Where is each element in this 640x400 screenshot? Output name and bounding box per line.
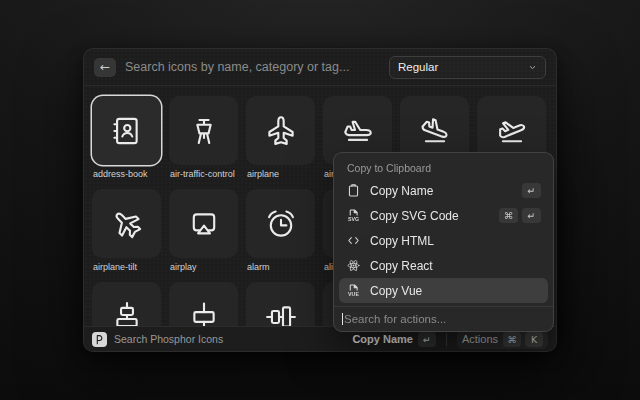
icon-label: airplane (246, 169, 315, 179)
icon-tile-alarm[interactable] (246, 189, 315, 258)
desktop-background: ← Regular address-bookair-traffic-contro… (0, 0, 640, 400)
menu-item-label: Copy Name (370, 184, 433, 198)
grid-cell: airplane (246, 96, 315, 181)
back-button[interactable]: ← (94, 58, 116, 77)
grid-cell: air-traffic-control (169, 96, 238, 181)
airplane-in-flight-icon (341, 114, 375, 148)
icon-search-input[interactable] (125, 60, 380, 74)
code-icon (346, 233, 361, 248)
menu-item-label: Copy SVG Code (370, 209, 459, 223)
grid-cell (169, 282, 238, 326)
svg-text:VUE: VUE (348, 291, 359, 297)
text-caret (342, 313, 343, 325)
keycap: ↵ (522, 183, 541, 198)
icon-label: address-book (92, 169, 161, 179)
keycap: ↵ (522, 208, 541, 223)
address-book-icon (110, 114, 144, 148)
actions-menu: Copy to Clipboard Copy Name↵SVGCopy SVG … (333, 152, 554, 332)
airplane-tilt-icon (110, 207, 144, 241)
primary-action-label: Copy Name (352, 333, 413, 345)
weight-dropdown[interactable]: Regular (389, 56, 546, 79)
grid-cell: airplay (169, 189, 238, 274)
menu-item-shortcut: ↵ (522, 183, 541, 198)
icon-tile-air-traffic-control[interactable] (169, 96, 238, 165)
primary-action-button[interactable]: Copy Name ↵ (352, 332, 436, 347)
keycap: ⌘ (503, 332, 521, 347)
menu-item-label: Copy HTML (370, 234, 434, 248)
icon-label: alarm (246, 262, 315, 272)
airplane-landing-icon (418, 114, 452, 148)
grid-cell: alarm (246, 189, 315, 274)
react-icon (346, 258, 361, 273)
file-svg-icon: SVG (346, 208, 361, 223)
chevron-down-icon (528, 63, 537, 72)
grid-cell (246, 282, 315, 326)
menu-item-copy-vue[interactable]: VUECopy Vue (339, 278, 548, 303)
icon-tile-align-center-vertical[interactable] (246, 282, 315, 326)
svg-text:SVG: SVG (348, 216, 359, 222)
weight-dropdown-value: Regular (398, 61, 438, 73)
grid-cell: airplane-tilt (92, 189, 161, 274)
grid-cell (92, 282, 161, 326)
align-center-horizontal-icon (110, 300, 144, 327)
menu-item-copy-react[interactable]: Copy React (339, 253, 548, 278)
actions-label: Actions (462, 333, 498, 345)
actions-search-input[interactable]: Search for actions... (334, 306, 553, 331)
air-traffic-control-icon (187, 114, 221, 148)
footer-divider (446, 333, 447, 346)
menu-item-copy-html[interactable]: Copy HTML (339, 228, 548, 253)
search-header: ← Regular (84, 49, 556, 86)
icon-tile-align-center-horizontal-simple[interactable] (169, 282, 238, 326)
icon-label: airplane-tilt (92, 262, 161, 272)
icon-tile-airplay[interactable] (169, 189, 238, 258)
icon-tile-airplane-tilt[interactable] (92, 189, 161, 258)
icon-tile-align-center-horizontal[interactable] (92, 282, 161, 326)
menu-item-copy-svg-code[interactable]: SVGCopy SVG Code⌘↵ (339, 203, 548, 228)
menu-item-shortcut: ⌘↵ (499, 208, 541, 223)
icon-tile-airplane[interactable] (246, 96, 315, 165)
keycap: K (525, 332, 543, 347)
actions-search-placeholder: Search for actions... (344, 313, 446, 325)
keycap: ⌘ (499, 208, 518, 223)
airplane-icon (264, 114, 298, 148)
menu-item-list: Copy Name↵SVGCopy SVG Code⌘↵Copy HTMLCop… (339, 178, 548, 303)
align-center-vertical-icon (264, 300, 298, 327)
grid-cell: address-book (92, 96, 161, 181)
menu-item-copy-name[interactable]: Copy Name↵ (339, 178, 548, 203)
menu-section-title: Copy to Clipboard (339, 157, 548, 178)
menu-item-label: Copy Vue (370, 284, 422, 298)
alarm-icon (264, 207, 298, 241)
airplay-icon (187, 207, 221, 241)
arrow-left-icon: ← (100, 61, 110, 73)
keycap: ↵ (418, 332, 436, 347)
icon-tile-address-book[interactable] (92, 96, 161, 165)
align-center-horizontal-simple-icon (187, 300, 221, 327)
actions-button[interactable]: Actions ⌘K (457, 330, 548, 349)
phosphor-logo-icon (92, 332, 107, 347)
icon-label: airplay (169, 262, 238, 272)
icon-label: air-traffic-control (169, 169, 238, 179)
menu-item-label: Copy React (370, 259, 433, 273)
file-vue-icon: VUE (346, 283, 361, 298)
app-title: Search Phosphor Icons (114, 333, 223, 345)
airplane-takeoff-icon (495, 114, 529, 148)
clipboard-icon (346, 183, 361, 198)
